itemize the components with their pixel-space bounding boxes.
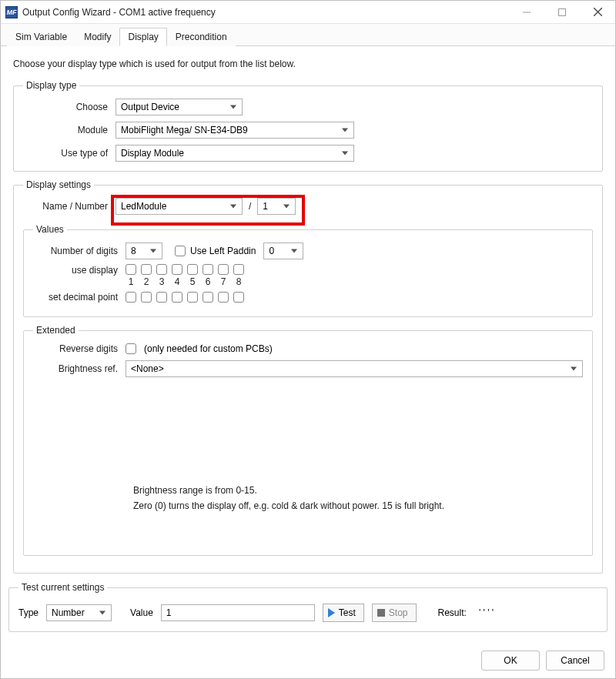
fieldset-display-type: Display type Choose Output Device Module…: [13, 80, 603, 172]
padding-char-select[interactable]: 0: [263, 242, 303, 259]
label-use-left-padding: Use Left Paddin: [190, 246, 256, 256]
label-reverse-digits: Reverse digits: [33, 343, 126, 354]
module-select[interactable]: MobiFlight Mega/ SN-E34-DB9: [116, 122, 354, 139]
choose-select[interactable]: Output Device: [116, 99, 243, 115]
brightness-hint-2: Zero (0) turns the display off, e.g. col…: [133, 500, 583, 511]
legend-display-settings: Display settings: [23, 179, 94, 190]
tab-sim-variable[interactable]: Sim Variable: [7, 28, 75, 46]
use-display-7[interactable]: [218, 264, 229, 275]
svg-rect-1: [559, 8, 566, 15]
close-button[interactable]: [580, 1, 615, 24]
num-digits-select[interactable]: 8: [126, 242, 162, 259]
label-use-display: use display: [33, 264, 126, 276]
label-test-value: Value: [130, 607, 153, 618]
use-display-2[interactable]: [141, 264, 152, 275]
label-use-type: Use type of: [23, 148, 116, 159]
set-decimal-3[interactable]: [156, 292, 167, 303]
fieldset-test: Test current settings Type Number Value …: [8, 582, 608, 632]
intro-text: Choose your display type which is used f…: [13, 59, 603, 69]
maximize-button[interactable]: [544, 1, 580, 24]
result-value: ' ' ' ': [479, 607, 494, 618]
legend-extended: Extended: [33, 325, 79, 336]
set-decimal-7[interactable]: [218, 292, 229, 303]
label-num-digits: Number of digits: [33, 246, 126, 256]
label-test-type: Type: [18, 607, 38, 618]
stop-icon: [377, 609, 385, 617]
label-set-decimal: set decimal point: [33, 292, 126, 303]
use-display-checkbox-row: [126, 264, 244, 275]
use-display-8[interactable]: [233, 264, 244, 275]
label-brightness-ref: Brightness ref.: [33, 363, 126, 374]
legend-test: Test current settings: [18, 582, 107, 593]
set-decimal-2[interactable]: [141, 292, 152, 303]
stop-button[interactable]: Stop: [372, 604, 417, 622]
use-left-padding-checkbox[interactable]: [175, 246, 186, 256]
label-choose: Choose: [23, 102, 116, 112]
name-select[interactable]: LedModule: [116, 198, 243, 215]
use-display-1[interactable]: [126, 264, 136, 275]
test-value-input[interactable]: [161, 604, 315, 621]
tab-strip: Sim Variable Modify Display Precondition: [1, 24, 615, 46]
reverse-digits-checkbox[interactable]: [126, 343, 136, 354]
tab-modify[interactable]: Modify: [75, 28, 119, 46]
label-name-number: Name / Number: [23, 201, 116, 212]
use-display-4[interactable]: [172, 264, 182, 275]
brightness-hint-1: Brightness range is from 0-15.: [133, 485, 583, 496]
use-type-select[interactable]: Display Module: [116, 145, 354, 162]
ok-button[interactable]: OK: [481, 651, 540, 671]
fieldset-display-settings: Display settings Name / Number LedModule…: [13, 179, 603, 574]
fieldset-values: Values Number of digits 8 Use Left Paddi…: [23, 224, 593, 317]
fieldset-extended: Extended Reverse digits (only needed for…: [23, 325, 593, 556]
label-result: Result:: [438, 607, 467, 618]
number-select[interactable]: 1: [257, 198, 296, 215]
test-type-select[interactable]: Number: [46, 604, 112, 621]
window-title: Output Config Wizard - COM1 active frequ…: [22, 7, 509, 18]
set-decimal-6[interactable]: [203, 292, 213, 303]
label-module: Module: [23, 125, 116, 135]
set-decimal-4[interactable]: [172, 292, 182, 303]
dialog-footer: OK Cancel: [481, 651, 604, 671]
set-decimal-1[interactable]: [126, 292, 136, 303]
use-display-3[interactable]: [156, 264, 167, 275]
set-decimal-8[interactable]: [233, 292, 244, 303]
use-display-6[interactable]: [203, 264, 213, 275]
title-bar: MF Output Config Wizard - COM1 active fr…: [1, 1, 615, 24]
slash-separator: /: [249, 201, 251, 212]
app-icon: MF: [5, 6, 18, 18]
digit-index-row: 1 2 3 4 5 6 7 8: [126, 276, 244, 287]
cancel-button[interactable]: Cancel: [546, 651, 604, 671]
tab-display[interactable]: Display: [119, 28, 166, 46]
reverse-digits-note: (only needed for custom PCBs): [144, 343, 273, 354]
set-decimal-checkbox-row: [126, 292, 244, 303]
legend-display-type: Display type: [23, 80, 79, 91]
test-button[interactable]: Test: [323, 604, 364, 622]
minimize-button[interactable]: [509, 1, 544, 24]
legend-values: Values: [33, 224, 67, 235]
brightness-ref-select[interactable]: <None>: [126, 360, 583, 377]
set-decimal-5[interactable]: [187, 292, 198, 303]
use-display-5[interactable]: [187, 264, 198, 275]
tab-precondition[interactable]: Precondition: [167, 28, 236, 46]
play-icon: [328, 608, 335, 617]
